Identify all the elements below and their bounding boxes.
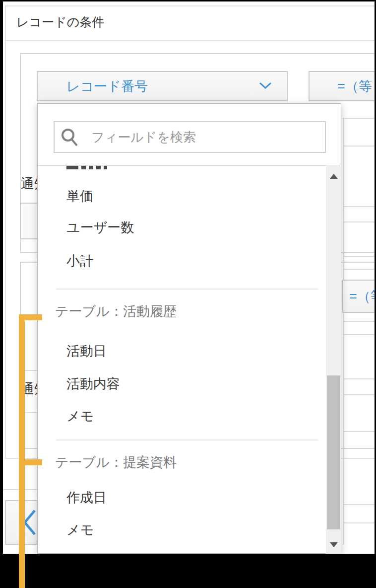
background-row-divider [343, 394, 376, 395]
page-edge [0, 0, 376, 1]
triangle-up-icon[interactable] [330, 174, 338, 179]
list-item[interactable]: メモ [38, 407, 323, 425]
list-item[interactable]: 活動内容 [38, 375, 323, 393]
triangle-down-icon[interactable] [330, 542, 338, 547]
operator-select-button-top[interactable]: =（等 [309, 71, 376, 101]
header-divider [5, 40, 376, 41]
page-edge [0, 554, 376, 588]
background-row-divider [343, 256, 376, 257]
background-row-divider [343, 504, 376, 505]
background-row-divider [343, 431, 376, 432]
search-input[interactable] [54, 121, 326, 153]
background-row-divider [343, 334, 376, 335]
list-item[interactable]: 活動日 [38, 342, 323, 360]
group-divider [56, 289, 318, 290]
operator-select-button-mid[interactable]: =（等 [342, 280, 376, 313]
list-item[interactable]: メモ [38, 521, 323, 539]
annotation-connector-line [19, 314, 42, 320]
background-row-divider [343, 321, 376, 322]
chevron-down-icon [259, 82, 272, 89]
scrollbar-thumb[interactable] [327, 375, 340, 529]
background-row-divider [343, 118, 376, 119]
list-item[interactable]: 単価 [38, 187, 323, 205]
list-item[interactable]: 小計 [38, 252, 323, 270]
background-row-divider [343, 206, 376, 207]
clipped-list-item [66, 166, 116, 170]
annotation-highlight-box-proposal [42, 441, 322, 482]
field-select-label: レコード番号 [66, 77, 148, 95]
background-column-border [343, 118, 344, 545]
list-item[interactable]: 作成日 [38, 489, 323, 507]
background-row-divider [343, 522, 376, 523]
group-divider [56, 440, 318, 441]
background-row-divider [343, 146, 376, 147]
annotation-connector-line [22, 459, 42, 465]
annotation-connector-line [19, 314, 25, 588]
screenshot-root: レコードの条件 レコード番号 =（等 =（等 通知 通知 [0, 0, 376, 588]
background-row-divider [343, 221, 376, 222]
annotation-highlight-box-activity [42, 294, 322, 334]
background-row-divider [343, 269, 376, 270]
page-title: レコードの条件 [16, 14, 104, 30]
list-item[interactable]: ユーザー数 [38, 219, 323, 236]
operator-label-mid: =（等 [349, 288, 376, 305]
background-row-divider [343, 378, 376, 379]
field-select-button[interactable]: レコード番号 [37, 71, 288, 101]
page-edge [0, 0, 3, 588]
operator-label-top: =（等 [337, 77, 372, 95]
